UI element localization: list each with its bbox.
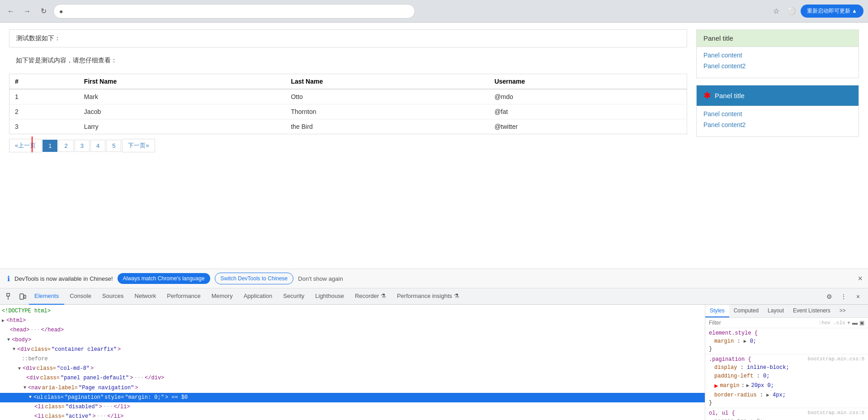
expand-triangle-icon[interactable]: ▶	[766, 392, 769, 398]
close-devtools-button[interactable]: ×	[852, 290, 864, 303]
pagination-page-2[interactable]: 2	[58, 140, 73, 152]
tab-more-area: ⚙ ⋮ ×	[823, 290, 864, 303]
css-rule-element-style: element.style { margin : ▶ 0; }	[705, 328, 868, 354]
expand-triangle-icon[interactable]: ▶	[746, 382, 750, 390]
tab-memory[interactable]: Memory	[206, 288, 238, 305]
tab-network[interactable]: Network	[129, 288, 162, 305]
panel-1-link-2[interactable]: Panel content2	[703, 62, 852, 70]
filter-pseudo-hint: :hov .cls	[819, 320, 845, 326]
triangle-icon[interactable]: ▼	[24, 384, 26, 392]
devtools-notification: ℹ DevTools is now available in Chinese! …	[0, 269, 868, 288]
dont-show-button[interactable]: Don't show again	[298, 275, 343, 282]
star-icon: ✱	[703, 90, 711, 101]
lock-icon: ●	[59, 8, 63, 15]
tree-li-disabled[interactable]: <li class= "disabled" > ··· </li>	[0, 402, 705, 412]
update-button[interactable]: 重新启动即可更新 ▲	[801, 5, 863, 18]
css-prop-padding-left: padding-left : 0;	[709, 372, 864, 381]
html-tree: <!DOCTYPE html> ▶ <html> <head> ··· </he…	[0, 305, 705, 420]
panel-2-header: ✱ Panel title	[697, 85, 859, 106]
back-button[interactable]: ←	[5, 5, 17, 18]
devtools-main: <!DOCTYPE html> ▶ <html> <head> ··· </he…	[0, 305, 868, 420]
tree-ul-pagination[interactable]: ▼ <ul class= "pagination" style= "margin…	[0, 393, 705, 402]
pagination-page-1[interactable]: 1	[42, 140, 57, 152]
css-source-ol-ul: bootstrap.min.css:5	[808, 410, 864, 417]
tab-security[interactable]: Security	[278, 288, 310, 305]
panel-2-link-1[interactable]: Panel content	[703, 110, 852, 118]
col-header-username: Username	[489, 74, 687, 90]
notification-message: DevTools is now available in Chinese!	[14, 275, 113, 282]
panel-1-link-1[interactable]: Panel content	[703, 52, 852, 59]
profile-button[interactable]: ⚪	[785, 5, 798, 18]
tree-html[interactable]: ▶ <html>	[0, 316, 705, 326]
style-tab-event-listeners[interactable]: Event Listeners	[788, 305, 835, 317]
pagination-prev[interactable]: «上一页	[9, 139, 42, 152]
tab-application[interactable]: Application	[238, 288, 278, 305]
style-tab-more[interactable]: >>	[835, 305, 850, 317]
copy-style-button[interactable]: ▣	[859, 320, 864, 326]
tab-lighthouse[interactable]: Lighthouse	[310, 288, 349, 305]
devtools-tabs: Elements Console Sources Network Perform…	[0, 288, 868, 305]
tab-sources[interactable]: Sources	[97, 288, 129, 305]
css-source-pagination: bootstrap.min.css:5	[808, 356, 864, 363]
panel-2-link-2[interactable]: Panel content2	[703, 121, 852, 128]
table-row: 1MarkOtto@mdo	[9, 89, 687, 104]
browser-chrome: ← → ↻ ● 127.0.0.1:8848/bootstrap/11-综合以上…	[0, 0, 868, 23]
pagination-next[interactable]: 下一页»	[122, 139, 155, 152]
triangle-icon[interactable]: ▶	[2, 317, 5, 325]
css-prop-border-radius: border-radius : ▶ 4px;	[709, 391, 864, 400]
toggle-style-button[interactable]: ▬	[852, 320, 858, 326]
style-filter-input[interactable]	[709, 320, 817, 326]
tab-performance-insights[interactable]: Performance insights ⚗	[392, 288, 465, 305]
panel-1-header: Panel title	[697, 30, 859, 47]
pagination-page-5[interactable]: 5	[106, 140, 121, 152]
forward-button[interactable]: →	[21, 5, 33, 18]
col-header-firstname: First Name	[79, 74, 286, 90]
browser-actions: ☆ ⚪ 重新启动即可更新 ▲	[770, 5, 863, 18]
tree-li-active[interactable]: <li class= "active" > ··· </li>	[0, 412, 705, 420]
triangle-icon[interactable]: ▼	[7, 336, 10, 344]
settings-button[interactable]: ⚙	[823, 290, 835, 303]
test-data-label: 测试数据如下：	[9, 29, 687, 47]
expand-triangle-icon[interactable]: ▶	[744, 339, 747, 344]
style-tab-styles[interactable]: Styles	[705, 305, 729, 317]
triangle-icon[interactable]: ▼	[13, 346, 15, 353]
css-selector-pagination: .pagination {	[709, 356, 751, 363]
pagination-page-3[interactable]: 3	[75, 140, 90, 152]
css-prop-margin-top: margin-top : 0;	[709, 417, 864, 420]
triangle-icon[interactable]: ▼	[29, 394, 32, 401]
css-prop-margin: margin : ▶ 0;	[709, 337, 864, 346]
bookmark-button[interactable]: ☆	[770, 5, 783, 18]
device-toggle-button[interactable]	[16, 290, 29, 303]
tab-console[interactable]: Console	[64, 288, 97, 305]
tree-div-panel[interactable]: <div class= "panel panel-default" > ··· …	[0, 373, 705, 383]
css-selector-element-style: element.style {	[709, 330, 864, 336]
always-match-button[interactable]: Always match Chrome's language	[118, 273, 210, 284]
col-header-num: #	[9, 74, 79, 90]
svg-rect-2	[20, 294, 24, 299]
css-rule-ol-ul: ol, ul { bootstrap.min.css:5 margin-top …	[705, 408, 868, 420]
more-options-button[interactable]: ⋮	[837, 290, 850, 303]
tab-elements[interactable]: Elements	[29, 288, 64, 305]
tree-nav[interactable]: ▼ <nav aria-label= "Page navigation" >	[0, 383, 705, 393]
pagination-page-4[interactable]: 4	[90, 140, 105, 152]
tree-div-container[interactable]: ▼ <div class= "container clearfix" >	[0, 345, 705, 354]
svg-rect-3	[24, 295, 26, 298]
tab-performance[interactable]: Performance	[161, 288, 206, 305]
reload-button[interactable]: ↻	[37, 5, 50, 18]
tree-doctype[interactable]: <!DOCTYPE html>	[0, 307, 705, 316]
tree-div-col[interactable]: ▼ <div class= "col-md-8" >	[0, 364, 705, 373]
html-tree-wrapper: <!DOCTYPE html> ▶ <html> <head> ··· </he…	[0, 305, 705, 420]
inspect-element-button[interactable]	[4, 290, 16, 303]
tree-before[interactable]: ::before	[0, 354, 705, 364]
url-input[interactable]: 127.0.0.1:8848/bootstrap/11-综合以上.html	[66, 8, 409, 14]
tree-body[interactable]: ▼ <body>	[0, 335, 705, 345]
panel-1-body: Panel content Panel content2	[697, 47, 859, 78]
close-notification-button[interactable]: ×	[858, 274, 863, 283]
style-tab-computed[interactable]: Computed	[729, 305, 763, 317]
triangle-icon[interactable]: ▼	[18, 365, 21, 373]
tree-head[interactable]: <head> ··· </head>	[0, 326, 705, 335]
style-tab-layout[interactable]: Layout	[763, 305, 788, 317]
add-style-button[interactable]: +	[847, 320, 850, 326]
switch-devtools-button[interactable]: Switch DevTools to Chinese	[215, 273, 294, 284]
tab-recorder[interactable]: Recorder ⚗	[349, 288, 392, 305]
